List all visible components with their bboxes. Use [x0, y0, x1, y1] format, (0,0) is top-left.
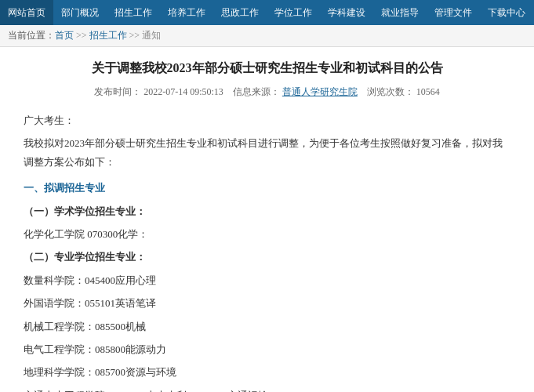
sub2-item-1: 外国语学院：055101英语笔译 [24, 294, 510, 312]
nav-item-degree[interactable]: 学位工作 [267, 0, 320, 25]
meta-date: 2022-07-14 09:50:13 [143, 86, 223, 97]
article-greeting: 广大考生： [24, 111, 510, 129]
content-area: 关于调整我校2023年部分硕士研究生招生专业和初试科目的公告 发布时间： 202… [0, 47, 534, 392]
sub1-title: （一）学术学位招生专业： [24, 202, 510, 220]
meta-date-label: 发布时间： [94, 86, 141, 97]
nav-item-home[interactable]: 网站首页 [0, 0, 53, 25]
breadcrumb-home[interactable]: 首页 [55, 30, 74, 41]
sub2-item-2: 机械工程学院：085500机械 [24, 318, 510, 336]
article-meta: 发布时间： 2022-07-14 09:50:13 信息来源： 普通人学研究生院… [24, 85, 510, 99]
article-intro: 我校拟对2023年部分硕士研究生招生专业和初试科目进行调整，为便于各位考生按照做… [24, 134, 510, 171]
sub2-item-3: 电气工程学院：085800能源动力 [24, 340, 510, 358]
nav-item-download[interactable]: 下载中心 [480, 0, 533, 25]
article-title: 关于调整我校2023年部分硕士研究生招生专业和初试科目的公告 [24, 59, 510, 78]
breadcrumb: 当前位置：首页 >> 招生工作 >> 通知 [0, 25, 534, 47]
nav-item-ideological[interactable]: 思政工作 [213, 0, 267, 25]
article-body: 广大考生： 我校拟对2023年部分硕士研究生招生专业和初试科目进行调整，为便于各… [24, 111, 510, 392]
section1-title: 一、拟调招生专业 [24, 179, 510, 197]
sub2-item-5: 交通土木工程学院：085300土木水利；085100交通运输 [24, 387, 510, 392]
nav-item-admissions[interactable]: 招生工作 [107, 0, 160, 25]
sub2-item-0: 数量科学院：045400应用心理 [24, 271, 510, 289]
nav-item-employment[interactable]: 就业指导 [373, 0, 427, 25]
sub1-content: 化学化工学院 070300化学： [24, 225, 510, 243]
top-navigation: 网站首页 部门概况 招生工作 培养工作 思政工作 学位工作 学科建设 就业指导 … [0, 0, 534, 25]
breadcrumb-admissions[interactable]: 招生工作 [89, 30, 127, 41]
nav-item-dept[interactable]: 部门概况 [53, 0, 107, 25]
meta-source-link[interactable]: 普通人学研究生院 [282, 86, 358, 97]
nav-item-files[interactable]: 管理文件 [427, 0, 480, 25]
sub2-item-4: 地理科学学院：085700资源与环境 [24, 363, 510, 381]
meta-views-label: 浏览次数： [367, 86, 414, 97]
nav-item-discipline[interactable]: 学科建设 [320, 0, 373, 25]
breadcrumb-current: 通知 [142, 30, 161, 41]
meta-views: 10564 [416, 86, 440, 97]
meta-source-label: 信息来源： [233, 86, 280, 97]
sub2-title: （二）专业学位招生专业： [24, 248, 510, 266]
nav-item-training[interactable]: 培养工作 [160, 0, 213, 25]
